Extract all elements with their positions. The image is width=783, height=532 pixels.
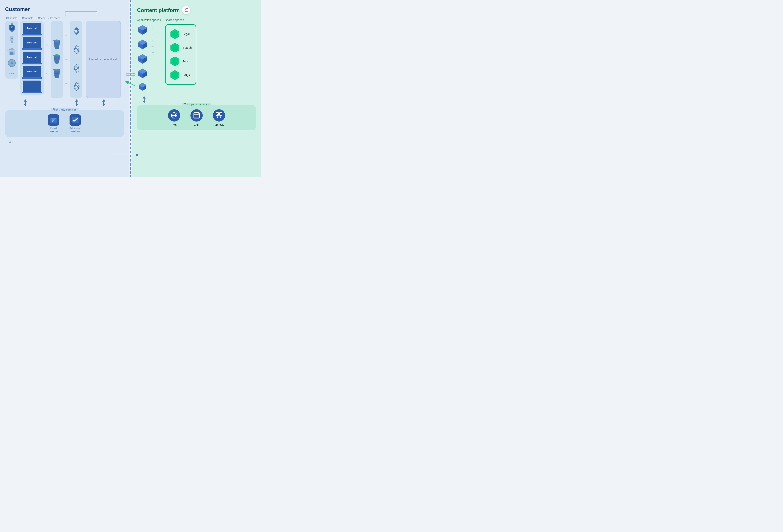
bucket2-icon xyxy=(53,54,61,65)
wheel-icon xyxy=(8,59,16,68)
back-arrow-svg xyxy=(4,141,16,157)
svg-rect-12 xyxy=(11,41,13,43)
content-platform-label: Content platform xyxy=(137,7,180,13)
h-arrows-1: ↔ ↔ xyxy=(45,21,49,98)
frontend-dots-screen: ··· xyxy=(23,81,41,92)
frontend3-base xyxy=(22,63,42,64)
svg-point-31 xyxy=(75,48,77,51)
svg-rect-35 xyxy=(25,101,26,104)
svg-marker-40 xyxy=(102,99,105,101)
section-divider xyxy=(130,0,131,178)
internal-cache-label: Internal cache (optional) xyxy=(89,58,118,61)
content-section: Content platform Application spaces xyxy=(132,0,261,178)
svg-rect-16 xyxy=(7,50,16,51)
shared-item-legal: Legal xyxy=(170,29,192,39)
email-label: Emailservice xyxy=(49,127,58,133)
search-label: Search xyxy=(183,46,192,49)
cube5-icon xyxy=(137,82,148,92)
svg-point-50 xyxy=(183,7,189,13)
frontend1-screen: Front end xyxy=(23,23,41,34)
svg-marker-37 xyxy=(75,99,78,101)
arrow-3: → xyxy=(46,17,49,20)
svg-marker-99 xyxy=(220,117,221,118)
diagram-container: Customer Channels ↔ Channels ↔ Cache → S… xyxy=(0,0,261,178)
svg-rect-81 xyxy=(144,98,145,101)
svg-rect-45 xyxy=(52,121,54,121)
svg-text:B: B xyxy=(220,113,221,116)
additional-icon-box xyxy=(69,115,81,126)
content-title: Content platform xyxy=(137,6,256,14)
svg-point-29 xyxy=(56,69,58,70)
spaces-row: Application spaces xyxy=(137,18,256,92)
customer-section: Customer Channels ↔ Channels ↔ Cache → S… xyxy=(0,0,129,178)
bucket3-icon xyxy=(53,68,61,80)
hub-icon xyxy=(8,36,15,44)
svg-marker-13 xyxy=(8,48,15,50)
svg-rect-46 xyxy=(52,121,53,122)
tms-icon xyxy=(168,109,180,122)
svg-text:A: A xyxy=(217,113,218,116)
svg-marker-98 xyxy=(217,117,218,118)
svg-marker-4 xyxy=(96,15,97,16)
ab-tests-label: A/B tests xyxy=(214,123,224,126)
internal-cache-box: Internal cache (optional) xyxy=(86,21,121,98)
additional-label: Additionalservices xyxy=(69,127,81,133)
first-party-title: First party services xyxy=(51,108,79,111)
legal-label: Legal xyxy=(183,32,190,36)
svg-rect-6 xyxy=(11,31,13,32)
svg-point-33 xyxy=(75,85,77,88)
svg-point-18 xyxy=(10,62,13,64)
shared-spaces-label: Shared spaces xyxy=(165,18,196,22)
svg-marker-82 xyxy=(143,101,146,103)
content-logo xyxy=(182,6,190,14)
gear1-icon xyxy=(71,27,81,36)
tms-item: TMS xyxy=(168,109,180,126)
frontend4-item: Front end xyxy=(22,66,42,79)
main-columns-wrapper: ··· Front end Front end xyxy=(5,21,124,98)
frontend3-item: Front end xyxy=(22,52,42,64)
svg-point-52 xyxy=(187,11,188,12)
svg-point-11 xyxy=(11,38,13,39)
bucket1-icon xyxy=(53,39,61,50)
svg-marker-80 xyxy=(143,96,146,98)
faqs-label: FAQs xyxy=(183,73,190,77)
frontend-dots-base xyxy=(22,92,42,93)
col-label-channels1: Channels xyxy=(6,17,17,20)
shared-item-tags: Tags xyxy=(170,56,192,67)
frontend2-screen: Front end xyxy=(23,37,41,48)
vert-arrow-far-right xyxy=(92,99,116,106)
cache-box xyxy=(51,21,63,98)
gear2-icon xyxy=(71,45,81,55)
svg-marker-49 xyxy=(9,141,11,143)
frontend-dots-item: ··· xyxy=(22,81,42,93)
shared-spaces-section: Shared spaces Legal xyxy=(165,18,196,92)
svg-marker-39 xyxy=(75,104,78,106)
legal-hex-icon xyxy=(170,29,180,39)
col-label-channels2: Channels xyxy=(22,17,33,20)
dam-item: DAM xyxy=(190,109,203,126)
cube3-icon xyxy=(137,53,148,65)
ab-icon: A B xyxy=(213,109,225,122)
frontend4-base xyxy=(22,77,42,79)
col-label-cache: Cache xyxy=(38,17,46,20)
frontend2-item: Front end xyxy=(22,37,42,50)
svg-rect-38 xyxy=(76,101,77,104)
additional-service-item: Additionalservices xyxy=(69,115,81,133)
app-spaces-section: Application spaces xyxy=(137,18,161,92)
app-spaces-inner: ← ← ← ← ← xyxy=(137,24,161,92)
arrow-2: ↔ xyxy=(34,17,37,20)
dam-icon xyxy=(190,109,203,122)
app-spaces-label: Application spaces xyxy=(137,18,161,22)
svg-rect-5 xyxy=(11,24,13,25)
cube4-icon xyxy=(137,67,148,80)
branch-lines-svg xyxy=(5,10,119,17)
frontend2-base xyxy=(22,48,42,50)
first-party-box: First party services Emailservice xyxy=(5,110,124,137)
third-party-title: Third party services xyxy=(182,103,211,106)
h-arrows-2: ← ← → xyxy=(65,21,68,98)
channels1-box: ··· xyxy=(5,21,18,79)
vert-arrow-left xyxy=(13,99,37,106)
email-service-item: Emailservice xyxy=(48,115,59,133)
third-party-box: Third party services TMS xyxy=(137,105,256,130)
svg-point-51 xyxy=(187,8,188,9)
